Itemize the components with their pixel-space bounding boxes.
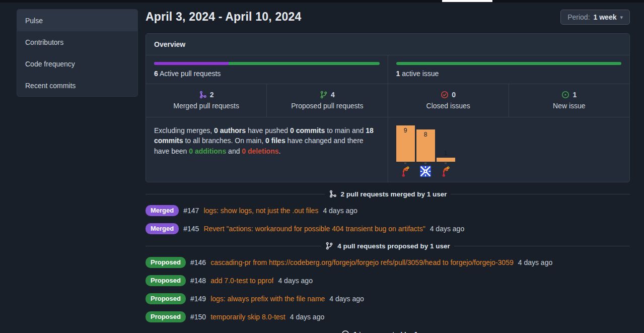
issue-title-link[interactable]: Revert "actions: workaround for possible… <box>203 225 425 233</box>
stat-count: 4 <box>331 91 335 99</box>
bar-avatar-connector <box>445 162 447 164</box>
issue-title-link[interactable]: add 7.0-test to pprof <box>210 277 273 285</box>
section-title: 4 pull requests proposed by 1 user <box>337 242 450 250</box>
period-value: 1 week <box>594 13 617 21</box>
issue-row-148: Proposed#148add 7.0-test to pprof4 days … <box>146 275 630 286</box>
git-branch-icon <box>325 242 333 250</box>
commit-summary-text: Excluding merges, 0 authors have pushed … <box>146 117 388 182</box>
stat-label: New issue <box>513 102 625 110</box>
timestamp: 4 days ago <box>323 207 357 215</box>
status-badge: Proposed <box>146 311 186 322</box>
stat-merged-pull-requests: 2Merged pull requests <box>146 84 266 117</box>
stat-proposed-pull-requests: 4Proposed pull requests <box>266 84 387 117</box>
top-strip <box>0 0 644 3</box>
chart-column: 8 <box>416 124 435 177</box>
bar-avatar-connector <box>424 162 426 164</box>
sidebar-item-contributors[interactable]: Contributors <box>17 31 137 53</box>
active-pr-count: 6 <box>154 70 158 78</box>
side-menu: PulseContributorsCode frequencyRecent co… <box>17 9 138 97</box>
git-merge-icon <box>329 190 337 198</box>
issue-number: #149 <box>190 295 206 303</box>
issues-bar-cell: 1 active issue <box>388 55 630 84</box>
git-merge-icon <box>199 91 207 99</box>
active-issue-count: 1 <box>396 70 400 78</box>
summary-segment: . <box>278 147 280 155</box>
main-content: April 3, 2024 - April 10, 2024 Period: 1… <box>146 9 630 333</box>
status-badge: Merged <box>146 205 179 216</box>
page-title: April 3, 2024 - April 10, 2024 <box>146 10 301 24</box>
issue-number: #148 <box>190 277 206 285</box>
period-dropdown[interactable]: Period: 1 week ▾ <box>560 10 630 25</box>
blue-identicon-avatar[interactable] <box>420 166 431 177</box>
issue-opened-icon <box>561 91 569 99</box>
overview-card-title: Overview <box>146 34 629 55</box>
bar-value-label: 9 <box>396 127 415 134</box>
divider <box>146 246 321 246</box>
summary-segment: 0 authors <box>214 126 246 135</box>
summary-segment: Excluding merges, <box>154 126 214 135</box>
sidebar-item-recent-commits[interactable]: Recent commits <box>17 75 137 96</box>
pulse-page: PulseContributorsCode frequencyRecent co… <box>0 0 644 333</box>
forgejo-logo-avatar[interactable] <box>440 166 451 177</box>
summary-segment: 0 deletions <box>242 147 278 155</box>
timestamp: 4 days ago <box>430 225 465 233</box>
summary-row: Excluding merges, 0 authors have pushed … <box>146 117 629 182</box>
stat-new-issue: 1New issue <box>509 84 629 117</box>
issue-title-link[interactable]: temporarily skip 8.0-test <box>210 313 285 321</box>
commits-per-user-chart-cell: 981 <box>388 117 630 182</box>
summary-segment: and <box>226 147 242 155</box>
active-pr-text: Active pull requests <box>160 70 221 78</box>
issue-closed-icon <box>441 91 449 99</box>
bar-value-label: 1 <box>437 150 455 157</box>
issue-number: #145 <box>183 225 199 233</box>
issues-bar-label: 1 active issue <box>396 70 622 78</box>
issue-number: #150 <box>190 313 206 321</box>
issue-title-link[interactable]: cascading-pr from https://codeberg.org/f… <box>210 258 514 267</box>
issue-row-149: Proposed#149logs: always prefix with the… <box>146 293 630 304</box>
status-badge: Proposed <box>146 293 186 304</box>
summary-segment: to main and <box>325 126 366 135</box>
stat-label: Proposed pull requests <box>271 102 383 110</box>
section-header: 1 issue created by 1 user <box>146 330 630 333</box>
issue-opened-icon <box>341 330 349 333</box>
activity-bars-row: 6 Active pull requests 1 active issue <box>146 55 629 84</box>
sidebar-item-code-frequency[interactable]: Code frequency <box>17 53 137 75</box>
issue-row-147: Merged#147logs: show logs, not just the … <box>146 205 630 216</box>
timestamp: 4 days ago <box>329 295 364 303</box>
commit-count-bar <box>437 158 455 162</box>
bar-avatar-connector <box>404 162 406 164</box>
issue-number: #146 <box>190 258 206 267</box>
sidebar-item-pulse[interactable]: Pulse <box>17 10 137 31</box>
issue-row-146: Proposed#146cascading-pr from https://co… <box>146 257 630 268</box>
active-issue-text: active issue <box>402 70 439 78</box>
divider <box>146 194 325 194</box>
chevron-down-icon: ▾ <box>620 14 623 21</box>
git-branch-icon <box>320 91 328 99</box>
forgejo-logo-avatar[interactable] <box>400 166 411 177</box>
section-header: 2 pull requests merged by 1 user <box>146 190 630 198</box>
stat-label: Closed issues <box>392 102 505 110</box>
section-title: 2 pull requests merged by 1 user <box>341 190 447 198</box>
issue-row-150: Proposed#150temporarily skip 8.0-test4 d… <box>146 311 630 322</box>
pull-requests-progress-bar <box>154 62 380 65</box>
issues-progress-bar <box>396 62 622 65</box>
stat-count: 2 <box>210 91 214 99</box>
pull-requests-bar-cell: 6 Active pull requests <box>146 55 388 84</box>
timestamp: 4 days ago <box>278 277 313 285</box>
summary-segment: 0 additions <box>189 147 226 155</box>
activity-sections: 2 pull requests merged by 1 userMerged#1… <box>146 190 630 333</box>
stat-count: 1 <box>573 91 577 99</box>
summary-segment: have pushed <box>246 126 290 135</box>
period-label: Period: <box>567 13 590 21</box>
section-title: 1 issue created by 1 user <box>353 330 435 333</box>
stat-count: 0 <box>452 91 456 99</box>
chart-column: 1 <box>437 124 455 177</box>
issue-title-link[interactable]: logs: always prefix with the file name <box>210 295 325 303</box>
summary-segment: 0 files <box>265 137 285 145</box>
pull-requests-bar-label: 6 Active pull requests <box>154 70 380 78</box>
issue-title-link[interactable]: logs: show logs, not just the .out files <box>203 207 318 215</box>
timestamp: 4 days ago <box>518 258 553 267</box>
timestamp: 4 days ago <box>290 313 325 321</box>
divider <box>454 246 630 246</box>
status-badge: Merged <box>146 223 179 234</box>
